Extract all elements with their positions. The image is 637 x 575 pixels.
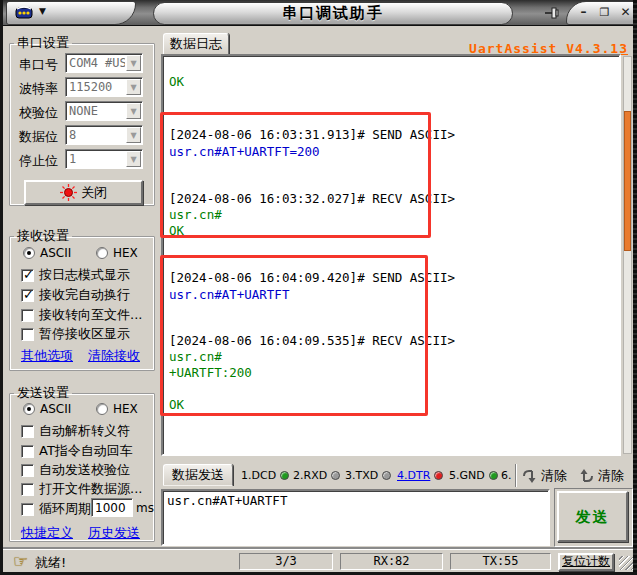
window-title: 串口调试助手 [153,4,513,23]
checkbox-icon[interactable] [21,445,34,458]
pin-icon[interactable] [543,5,561,21]
radio-icon[interactable] [96,403,108,415]
recv-ascii-label: ASCII [40,246,71,260]
recv-check-tofile[interactable]: 接收转向至文件... [21,306,142,324]
log-line: OK [169,74,184,89]
recv-check-logmode[interactable]: 按日志模式显示 [21,266,130,284]
recv-check-pause[interactable]: 暂停接收区显示 [21,325,130,343]
serial-settings-title: 串口设置 [14,34,72,52]
pin-indicator-gnd[interactable]: 5.GND [449,469,498,482]
send-button[interactable]: 发送 [557,491,628,542]
recv-hex-label: HEX [113,246,138,260]
recv-hex-radio[interactable]: HEX [96,246,138,260]
pin-indicator-dtr[interactable]: 4.DTR [397,469,443,482]
tab-data-log[interactable]: 数据日志 [163,33,229,55]
pin-dtr-led-icon [434,471,443,480]
log-line-send-header: [2024-08-06 16:04:09.420]# SEND ASCII> [169,270,455,285]
ready-hand-icon: ☞ [13,551,28,571]
chevron-down-icon[interactable]: ▼ [126,151,141,167]
maximize-button[interactable]: ❐ [596,5,613,21]
chevron-down-icon[interactable]: ▼ [126,103,141,119]
recv-check-autowrap[interactable]: 接收完自动换行 [21,286,130,304]
pin-indicator-txd[interactable]: 3.TXD [345,469,391,482]
radio-icon[interactable] [23,403,35,415]
checkbox-icon[interactable] [21,289,34,302]
pin-6-label: 6. [501,469,512,482]
window-right-border [633,0,637,575]
pin-indicator-dcd[interactable]: 1.DCD [241,469,289,482]
checkbox-icon[interactable] [21,503,34,516]
reset-count-button[interactable]: 复位计数 [558,553,614,571]
app-window: ▼ 串口调试助手 – ❐ ✕ 串口设置 串口号 COM4 #USB ▼ 波特率 … [0,0,637,575]
radio-icon[interactable] [23,247,35,259]
checkbox-icon[interactable] [21,309,34,322]
baud-combo[interactable]: 115200 ▼ [65,77,143,97]
pin-indicator-6[interactable]: 6. [501,469,512,482]
send-check-parity-label: 自动发送校验位 [39,461,130,479]
send-hex-radio[interactable]: HEX [96,402,138,416]
title-bar: ▼ 串口调试助手 – ❐ ✕ [3,0,637,26]
port-value: COM4 #USB [69,56,125,70]
checkbox-icon[interactable] [21,483,34,496]
recv-check-autowrap-label: 接收完自动换行 [39,286,130,304]
log-line-send-header: [2024-08-06 16:03:31.913]# SEND ASCII> [169,127,455,142]
send-check-escape[interactable]: 自动解析转义符 [21,422,130,440]
close-port-button[interactable]: 关闭 [24,180,143,205]
clear-send-label: 清除 [598,467,624,485]
pin-indicator-rxd[interactable]: 2.RXD [293,469,340,482]
pin-rxd-led-icon [331,471,340,480]
clear-up-arrow-icon [579,468,594,484]
checkbox-icon[interactable] [21,425,34,438]
stopbits-combo[interactable]: 1 ▼ [65,149,143,169]
minimize-button[interactable]: – [575,5,592,21]
send-check-loop[interactable]: 循环周期 [21,500,91,518]
parity-combo[interactable]: NONE ▼ [65,101,143,121]
databits-value: 8 [69,128,125,142]
send-ascii-radio[interactable]: ASCII [23,402,71,416]
port-combo[interactable]: COM4 #USB ▼ [65,53,143,73]
clear-receive-link[interactable]: 清除接收 [88,347,140,365]
log-line-recv-data: +UARTFT:200 [169,365,252,380]
send-check-filesource-label: 打开文件数据源... [39,480,142,498]
checkbox-icon[interactable] [21,328,34,341]
send-settings-title: 发送设置 [14,384,72,402]
recv-ascii-radio[interactable]: ASCII [23,246,71,260]
send-check-filesource[interactable]: 打开文件数据源... [21,480,142,498]
close-button[interactable]: ✕ [617,5,634,21]
clear-down-arrow-icon [522,468,537,484]
send-count-panel: 3/3 [239,553,333,570]
chevron-down-icon[interactable]: ▼ [126,127,141,143]
recv-check-pause-label: 暂停接收区显示 [39,325,130,343]
checkbox-icon[interactable] [21,464,34,477]
send-data-input[interactable]: usr.cn#AT+UARTFT [161,489,550,546]
log-scrollbar[interactable] [623,56,632,454]
pin-dcd-label: 1.DCD [241,469,276,482]
resize-grip[interactable] [619,556,633,570]
baud-label: 波特率 [19,80,58,98]
clear-receive-button[interactable]: 清除 [522,467,567,485]
titlebar-menu-arrow-icon[interactable]: ▼ [39,6,46,16]
checkbox-icon[interactable] [21,269,34,282]
history-send-link[interactable]: 历史发送 [88,524,140,542]
stopbits-value: 1 [69,152,125,166]
send-check-parity[interactable]: 自动发送校验位 [21,461,130,479]
log-scrollbar-thumb[interactable] [624,111,631,251]
log-line-recv-data: OK [169,223,184,238]
tx-count-panel: TX:55 [450,553,551,570]
send-check-atcr[interactable]: AT指令自动回车 [21,442,133,460]
pin-dtr-link[interactable]: 4.DTR [397,469,430,482]
clear-send-button[interactable]: 清除 [579,467,624,485]
tab-data-send[interactable]: 数据发送 [163,464,233,486]
databits-combo[interactable]: 8 ▼ [65,125,143,145]
databits-label: 数据位 [19,128,58,146]
chevron-down-icon[interactable]: ▼ [126,79,141,95]
log-line-send-data: usr.cn#AT+UARTFT [169,287,289,302]
other-options-link[interactable]: 其他选项 [21,347,73,365]
stopbits-label: 停止位 [19,152,58,170]
quick-define-link[interactable]: 快捷定义 [21,524,73,542]
data-log-view[interactable]: OK [2024-08-06 16:03:31.913]# SEND ASCII… [161,54,621,456]
app-icon[interactable] [15,4,33,22]
chevron-down-icon[interactable]: ▼ [126,55,141,71]
loop-period-input[interactable] [91,498,133,517]
radio-icon[interactable] [96,247,108,259]
